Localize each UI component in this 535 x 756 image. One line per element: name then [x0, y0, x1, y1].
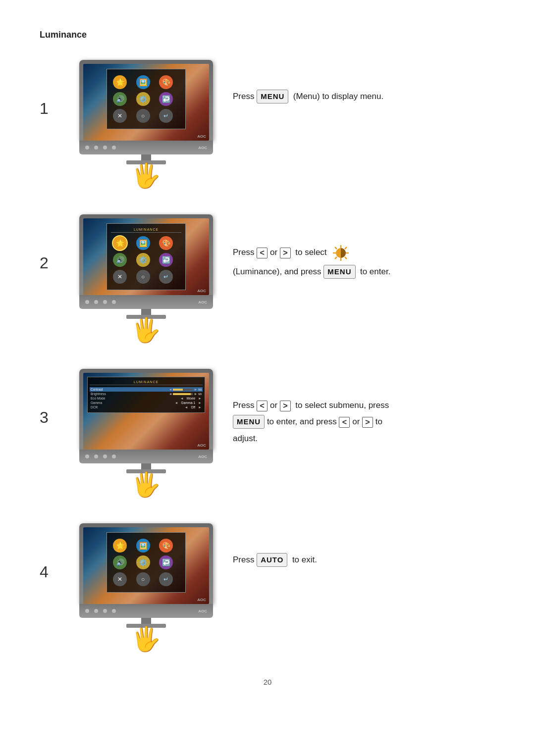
osd-icon-ext-2: ↩️	[159, 253, 173, 267]
step-3-line2: MENU to enter, and press < or > to	[233, 415, 495, 429]
monitor-btn-3	[103, 146, 107, 150]
step-3-row: 3 LUMINANCE Contrast ◄	[40, 369, 495, 499]
step-2-line2: (Luminance), and press MENU to enter.	[233, 265, 495, 279]
monitor-btn-3c	[103, 454, 107, 458]
press-label-4: Press	[233, 555, 254, 564]
osd-menu-1: 🌟 🖼️ 🎨 🔊 ⚙️ ↩️ ✕ ○ ↵	[107, 69, 186, 129]
to-text-3: to	[375, 417, 382, 426]
step-3-line1: Press < or > to select submenu, press	[233, 399, 495, 412]
luminance-icon-svg	[332, 244, 350, 262]
osd-icon-arr-2: ↵	[159, 270, 173, 284]
ecomode-bar: ◄ Movie ►	[180, 397, 202, 400]
menu-badge-1: MENU	[257, 90, 288, 103]
monitor-btn-4c	[103, 609, 107, 613]
arrow-r-g: ►	[198, 401, 202, 404]
aoc-logo-4: AOC	[197, 598, 206, 602]
step-4-desc: Press AUTO to exit.	[233, 523, 495, 570]
submenu-row-dcr: DCR ◄ Off ►	[90, 405, 203, 409]
brightness-track	[173, 393, 193, 395]
step-1-image-col: 🌟 🖼️ 🎨 🔊 ⚙️ ↩️ ✕ ○ ↵ AOC	[74, 60, 218, 190]
step-4-text: Press AUTO to exit.	[233, 553, 495, 567]
osd-icon-o-2: ○	[136, 270, 150, 284]
osd-icon-o: ○	[136, 109, 150, 123]
arrow-l-g: ◄	[175, 401, 178, 404]
submenu-row-brightness: Brightness ◄ ► 90	[90, 392, 203, 396]
osd-icon-settings: ⚙️	[136, 92, 150, 106]
gamma-bar: ◄ Gamma 1 ►	[175, 401, 202, 404]
arrow-right-3: >	[280, 401, 291, 411]
submenu-label-brightness: Brightness	[91, 392, 106, 396]
btn-row-3	[85, 454, 116, 458]
osd-menu-2: LUMINANCE 🌟 🖼️ 🎨 🔊 ⚙️ ↩️ ✕ ○ ↵	[107, 223, 186, 290]
page-title: Luminance	[40, 30, 495, 40]
submenu-row-ecomode: Eco Mode ◄ Movie ►	[90, 396, 203, 401]
monitor-btn-2	[94, 146, 98, 150]
step-4-row: 4 🌟 🖼️ 🎨 🔊 ⚙️ ↩️ ✕ ○ ↵	[40, 523, 495, 653]
osd-icon-image: 🖼️	[136, 75, 150, 89]
contrast-fill	[173, 389, 183, 391]
osd-icon-col-2: 🎨	[159, 236, 173, 250]
osd-sub-title-3: LUMINANCE	[90, 380, 203, 385]
arrow-l-e: ◄	[180, 397, 184, 400]
step-2-number: 2	[40, 254, 59, 272]
aoc-logo-3: AOC	[197, 443, 206, 448]
brightness-bar: ◄ ► 90	[168, 392, 202, 396]
page-number: 20	[40, 678, 495, 686]
monitor-neck-4	[141, 618, 151, 624]
step-4-image-col: 🌟 🖼️ 🎨 🔊 ⚙️ ↩️ ✕ ○ ↵ AOC	[74, 523, 218, 653]
hand-icon-1: 🖐	[131, 162, 161, 190]
press-label-1: Press	[233, 92, 254, 101]
monitor-bottom-1: AOC	[79, 141, 213, 154]
step-4-number: 4	[40, 563, 59, 581]
monitor-bezel-2: LUMINANCE 🌟 🖼️ 🎨 🔊 ⚙️ ↩️ ✕ ○ ↵	[79, 214, 213, 295]
dcr-val: Off	[191, 405, 196, 409]
monitor-neck-2	[141, 309, 151, 315]
monitor-btn-4d	[112, 609, 116, 613]
monitor-screen-4: 🌟 🖼️ 🎨 🔊 ⚙️ ↩️ ✕ ○ ↵ AOC	[83, 527, 209, 604]
osd-icon-o-4: ○	[136, 572, 150, 586]
monitor-btn-1	[85, 146, 89, 150]
osd-icon-x-2: ✕	[113, 270, 127, 284]
arrow-l-d: ◄	[185, 405, 188, 409]
monitor-screen-1: 🌟 🖼️ 🎨 🔊 ⚙️ ↩️ ✕ ○ ↵ AOC	[83, 64, 209, 141]
submenu-row-gamma: Gamma ◄ Gamma 1 ►	[90, 401, 203, 405]
osd-icon-img-2: 🖼️	[136, 236, 150, 250]
osd-icon-aud-2: 🔊	[113, 253, 127, 267]
osd-icon-lum-4: 🌟	[113, 539, 127, 553]
submenu-label-contrast: Contrast	[91, 388, 103, 391]
osd-icons-grid-1: 🌟 🖼️ 🎨 🔊 ⚙️ ↩️ ✕ ○ ↵	[111, 73, 181, 125]
menu-badge-2: MENU	[323, 265, 355, 279]
monitor-bottom-2: AOC	[79, 295, 213, 309]
aoc-logo-2: AOC	[197, 289, 206, 293]
osd-icon-set-4: ⚙️	[136, 555, 150, 569]
arrow-l-s: ◄	[168, 388, 172, 391]
step-3-number: 3	[40, 408, 59, 427]
osd-icon-x-4: ✕	[113, 572, 127, 586]
osd-icon-arr: ↵	[159, 109, 173, 123]
step-2-image-col: LUMINANCE 🌟 🖼️ 🎨 🔊 ⚙️ ↩️ ✕ ○ ↵	[74, 214, 218, 344]
arrow-r-e: ►	[198, 397, 202, 400]
or-text-3: or	[270, 401, 277, 410]
gamma-val: Gamma 1	[181, 401, 196, 404]
osd-icon-luminance: 🌟	[113, 75, 127, 89]
monitor-neck-1	[141, 154, 151, 160]
monitor-bezel-1: 🌟 🖼️ 🎨 🔊 ⚙️ ↩️ ✕ ○ ↵ AOC	[79, 60, 213, 141]
osd-icons-grid-4: 🌟 🖼️ 🎨 🔊 ⚙️ ↩️ ✕ ○ ↵	[111, 537, 181, 588]
osd-icon-ext-4: ↩️	[159, 555, 173, 569]
menu-badge-3: MENU	[233, 415, 265, 429]
auto-badge-4: AUTO	[257, 553, 287, 567]
step-3-image-col: LUMINANCE Contrast ◄ ► 50	[74, 369, 218, 499]
arrow-left-3: <	[257, 401, 268, 411]
aoc-label-3: AOC	[198, 454, 207, 459]
osd-menu-4: 🌟 🖼️ 🎨 🔊 ⚙️ ↩️ ✕ ○ ↵	[107, 532, 186, 593]
monitor-screen-3: LUMINANCE Contrast ◄ ► 50	[83, 373, 209, 450]
arrow-r-b: ►	[194, 392, 197, 396]
btn-row-4	[85, 609, 116, 613]
dcr-bar: ◄ Off ►	[185, 405, 202, 409]
osd-icons-grid-2: 🌟 🖼️ 🎨 🔊 ⚙️ ↩️ ✕ ○ ↵	[111, 234, 181, 286]
arrow-left-3b: <	[339, 417, 350, 428]
monitor-bezel-3: LUMINANCE Contrast ◄ ► 50	[79, 369, 213, 450]
hand-icon-2: 🖐	[131, 316, 161, 344]
monitor-neck-3	[141, 463, 151, 469]
submenu-label-gamma: Gamma	[91, 401, 102, 404]
